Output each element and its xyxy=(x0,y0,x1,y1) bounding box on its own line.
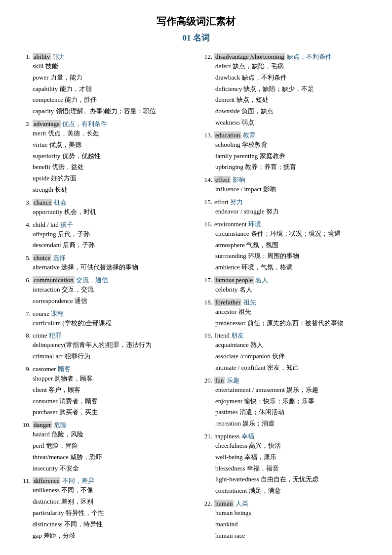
list-item: 19.friend 朋友acquaintance 熟人associate /co… xyxy=(198,331,372,373)
sub-entry: descendant 后裔，子孙 xyxy=(20,240,194,251)
entry-number: 11. xyxy=(20,477,31,485)
entry-keyword: human 人类 xyxy=(214,499,248,508)
list-item: 18.forefather 祖先ancestor 祖先predecessor 前… xyxy=(198,298,372,329)
sub-entry: power 力量，能力 xyxy=(20,73,194,83)
sub-entry: merit 优点，美德，长处 xyxy=(20,128,194,139)
entry-keyword: famous people 名人 xyxy=(214,276,268,285)
sub-entry: opportunity 机会，时机 xyxy=(20,207,194,217)
sub-entry: blessedness 幸福，福音 xyxy=(198,464,372,474)
entry-number: 13. xyxy=(198,131,212,139)
list-item: 13.education 教育schooling 学校教育family pare… xyxy=(198,131,372,172)
entry-keyword: disadvantage /shortcoming 缺点，不利条件 xyxy=(214,52,332,61)
entry-number: 3. xyxy=(20,199,31,207)
list-item: 4.child / kid 孩子offspring 后代，子孙descendan… xyxy=(20,220,194,251)
left-column: 1.ability 能力skill 技能power 力量，能力capabilit… xyxy=(20,52,194,544)
sub-entry: human beings xyxy=(198,508,372,518)
list-item: 17.famous people 名人celebrity 名人 xyxy=(198,276,372,295)
sub-entry: distinction 差别，区别 xyxy=(20,497,194,507)
sub-entry: threat/menace 威胁，恐吓 xyxy=(20,452,194,463)
entry-keyword: child / kid 孩子 xyxy=(33,220,73,229)
sub-entry: delinquency(常指青年人的)犯罪，违法行为 xyxy=(20,340,194,350)
sub-entry: criminal act 犯罪行为 xyxy=(20,351,194,362)
sub-entry: surrounding 环境；周围的事物 xyxy=(198,251,372,261)
list-item: 10.danger 危险hazard 危险，风险peril 危险，冒险threa… xyxy=(20,421,194,473)
list-item: 5.choice 选择alternative 选择，可供代替选择的事物 xyxy=(20,254,194,273)
list-item: 3.chance 机会opportunity 机会，时机 xyxy=(20,198,194,217)
sub-entry: skill 技能 xyxy=(20,61,194,72)
entry-keyword: education 教育 xyxy=(214,131,256,140)
sub-entry: enjoyment 愉快；快乐；乐趣；乐事 xyxy=(198,396,372,407)
entry-keyword: crime 犯罪 xyxy=(33,331,62,340)
entry-keyword: danger 危险 xyxy=(33,421,67,429)
sub-entry: ancestor 祖先 xyxy=(198,307,372,317)
entry-keyword: advantage 优点，有利条件 xyxy=(33,120,107,128)
sub-entry: offspring 后代，子孙 xyxy=(20,229,194,240)
sub-entry: influence / impact 影响 xyxy=(198,184,372,195)
entry-keyword: forefather 祖先 xyxy=(214,298,256,307)
sub-entry: interaction 交互，交流 xyxy=(20,285,194,295)
list-item: 20.fun 乐趣entertainment / amusement 娱乐，乐趣… xyxy=(198,376,372,429)
entry-number: 10. xyxy=(20,421,31,429)
entry-number: 8. xyxy=(20,332,31,340)
sub-entry: upside 好的方面 xyxy=(20,173,194,184)
sub-entry: cheerfulness 高兴，快活 xyxy=(198,441,372,451)
sub-entry: competence 能力，胜任 xyxy=(20,95,194,105)
sub-entry: associate /companion 伙伴 xyxy=(198,351,372,362)
entry-number: 5. xyxy=(20,254,31,262)
list-item: 7.course 课程curriculum (学校的)全部课程 xyxy=(20,309,194,329)
sub-entry: particularity 特异性，个性 xyxy=(20,508,194,518)
entry-number: 17. xyxy=(198,276,212,284)
entry-keyword: chance 机会 xyxy=(33,198,67,207)
entry-number: 9. xyxy=(20,365,31,373)
sub-entry: upbringing 教养；养育；抚育 xyxy=(198,162,372,172)
sub-entry: distinctness 不同，特异性 xyxy=(20,519,194,530)
main-columns: 1.ability 能力skill 技能power 力量，能力capabilit… xyxy=(20,52,372,544)
entry-keyword: communication 交流，通信 xyxy=(33,276,108,285)
sub-entry: celebrity 名人 xyxy=(198,285,372,295)
sub-entry: intimate / confidant 密友，知己 xyxy=(198,363,372,373)
sub-entry: gap 差距，分歧 xyxy=(20,531,194,541)
entry-number: 14. xyxy=(198,176,212,184)
entry-keyword: difference 不同，差异 xyxy=(33,476,94,485)
sub-entry: ambience 环境，气氛，格调 xyxy=(198,262,372,273)
entry-number: 7. xyxy=(20,310,31,318)
sub-entry: atmosphere 气氛，氛围 xyxy=(198,240,372,251)
sub-entry: correspondence 通信 xyxy=(20,296,194,306)
entry-keyword: effect 影响 xyxy=(214,175,245,184)
sub-entry: shopper 购物者，顾客 xyxy=(20,374,194,384)
sub-entry: purchaser 购买者，买主 xyxy=(20,407,194,418)
sub-entry: strength 长处 xyxy=(20,185,194,195)
sub-entry: pastimes 消遣；休闲活动 xyxy=(198,407,372,418)
sub-entry: curriculum (学校的)全部课程 xyxy=(20,318,194,329)
entry-number: 20. xyxy=(198,377,212,384)
sub-entry: schooling 学校教育 xyxy=(198,140,372,150)
sub-entry: client 客户，顾客 xyxy=(20,385,194,395)
entry-number: 22. xyxy=(198,500,212,508)
sub-entry: deficiency 缺点，缺陷；缺少，不足 xyxy=(198,84,372,94)
entry-number: 15. xyxy=(198,198,212,206)
sub-entry: light-heartedness 自由自在，无忧无虑 xyxy=(198,474,372,485)
list-item: 11.difference 不同，差异unlikeness 不同，不像disti… xyxy=(20,476,194,541)
entry-number: 12. xyxy=(198,53,212,61)
list-item: 9.customer 顾客shopper 购物者，顾客client 客户，顾客c… xyxy=(20,365,194,418)
list-item: 15.effort 努力endeavor / struggle 努力 xyxy=(198,198,372,217)
entry-number: 1. xyxy=(20,53,31,61)
sub-entry: downside 负面，缺点 xyxy=(198,106,372,117)
sub-entry: acquaintance 熟人 xyxy=(198,340,372,350)
sub-entry: virtue 优点，美德 xyxy=(20,140,194,150)
sub-entry: alternative 选择，可供代替选择的事物 xyxy=(20,262,194,273)
entry-number: 19. xyxy=(198,332,212,340)
list-item: 2.advantage 优点，有利条件merit 优点，美德，长处virtue … xyxy=(20,120,194,195)
sub-entry: predecessor 前任；原先的东西；被替代的事物 xyxy=(198,318,372,329)
page-title: 写作高级词汇素材 xyxy=(20,15,372,28)
list-item: 8.crime 犯罪delinquency(常指青年人的)犯罪，违法行为crim… xyxy=(20,331,194,362)
sub-entry: superiority 优势，优越性 xyxy=(20,151,194,162)
entry-number: 18. xyxy=(198,299,212,306)
entry-keyword: course 课程 xyxy=(33,309,64,318)
sub-entry: circumstance 条件；环境；状况；境况；境遇 xyxy=(198,229,372,239)
sub-entry: well-being 幸福，康乐 xyxy=(198,452,372,463)
entry-keyword: ability 能力 xyxy=(33,52,65,61)
entry-keyword: happiness 幸福 xyxy=(214,432,254,441)
sub-entry: unlikeness 不同，不像 xyxy=(20,485,194,496)
entry-number: 16. xyxy=(198,220,212,228)
